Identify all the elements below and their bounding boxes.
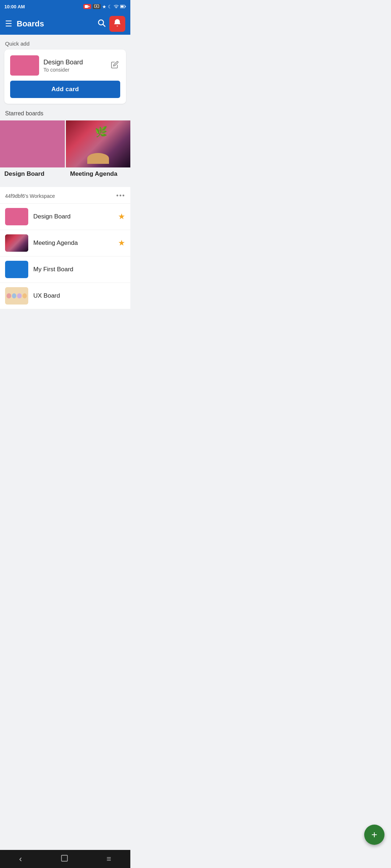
list-item-meeting[interactable]: Meeting Agenda ★	[0, 230, 130, 256]
star-icon-meeting[interactable]: ★	[118, 238, 125, 248]
quick-add-row: Design Board To consider	[10, 55, 120, 76]
search-icon[interactable]	[97, 18, 106, 29]
bluetooth-icon: ★	[102, 4, 106, 9]
svg-point-4	[116, 8, 117, 8]
list-item-design-thumb	[5, 208, 28, 225]
workspace-more-button[interactable]: •••	[116, 192, 125, 200]
main-content: Quick add Design Board To consider Add c…	[0, 35, 130, 309]
board-info: Design Board To consider	[43, 59, 105, 73]
record-icon	[83, 4, 91, 9]
workspace-section: 44f9dbf6's Workspace ••• Design Board ★ …	[0, 187, 130, 309]
starred-board-meeting-thumbnail: 🌿	[66, 120, 131, 167]
starred-board-design-name: Design Board	[0, 167, 65, 181]
svg-line-9	[103, 25, 105, 27]
svg-rect-6	[121, 5, 124, 7]
list-item-design[interactable]: Design Board ★	[0, 204, 130, 230]
svg-marker-3	[96, 5, 98, 7]
board-thumbnail	[10, 55, 39, 76]
bell-icon	[113, 18, 122, 29]
top-nav: ☰ Boards	[0, 13, 130, 35]
starred-board-design-thumbnail	[0, 120, 65, 167]
status-bar: 10:00 AM ★ ☾	[0, 0, 130, 13]
moon-icon: ☾	[108, 4, 112, 9]
list-item-meeting-name: Meeting Agenda	[33, 239, 118, 247]
wifi-icon	[114, 4, 119, 9]
star-icon-design[interactable]: ★	[118, 212, 125, 221]
screen-record-icon	[93, 4, 101, 9]
list-item-first-board-name: My First Board	[33, 266, 125, 273]
starred-board-meeting[interactable]: 🌿 Meeting Agenda	[66, 120, 131, 181]
edit-button[interactable]	[109, 59, 120, 72]
list-item-ux-board-name: UX Board	[33, 292, 125, 299]
workspace-name: 44f9dbf6's Workspace	[5, 193, 55, 199]
list-item-first-board[interactable]: My First Board	[0, 256, 130, 283]
board-name: Design Board	[43, 59, 105, 66]
list-item-first-board-thumb	[5, 261, 28, 278]
status-icons: ★ ☾	[83, 4, 126, 9]
quick-add-card: Design Board To consider Add card	[4, 50, 126, 104]
notification-button[interactable]	[109, 16, 125, 32]
board-list-name: To consider	[43, 67, 105, 73]
starred-boards-grid: Design Board 🌿 Meeting Agenda	[0, 120, 130, 181]
menu-icon[interactable]: ☰	[5, 19, 12, 29]
back-button[interactable]: ‹	[12, 851, 29, 867]
starred-board-meeting-name: Meeting Agenda	[66, 167, 131, 181]
list-item-meeting-thumb	[5, 234, 28, 252]
list-item-ux-board-thumb	[5, 287, 28, 305]
page-title: Boards	[17, 19, 97, 29]
plant-decoration: 🌿	[95, 126, 108, 138]
svg-rect-7	[125, 6, 126, 7]
starred-board-design[interactable]: Design Board	[0, 120, 66, 181]
svg-rect-10	[61, 855, 67, 861]
starred-boards-label: Starred boards	[0, 104, 130, 120]
status-time: 10:00 AM	[4, 4, 25, 9]
workspace-header: 44f9dbf6's Workspace •••	[0, 187, 130, 204]
menu-button[interactable]: ≡	[99, 851, 118, 867]
table-decoration	[87, 153, 109, 164]
bottom-nav: ‹ ≡	[0, 850, 130, 868]
svg-marker-1	[88, 5, 90, 8]
add-card-button[interactable]: Add card	[10, 81, 120, 98]
list-item-ux-board[interactable]: UX Board	[0, 283, 130, 309]
home-button[interactable]	[53, 851, 76, 867]
svg-rect-0	[85, 5, 88, 8]
list-item-design-name: Design Board	[33, 213, 118, 220]
quick-add-label: Quick add	[0, 35, 130, 50]
battery-icon	[120, 4, 126, 9]
